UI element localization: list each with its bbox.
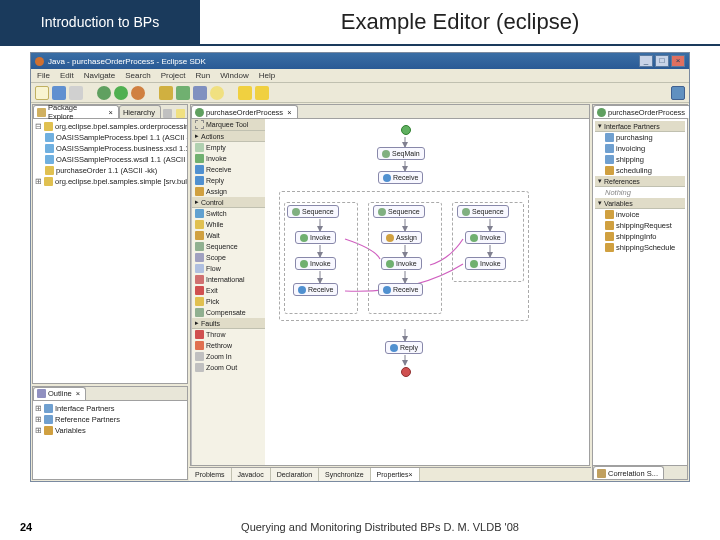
palette-group-control[interactable]: ▸ Control — [192, 197, 265, 208]
list-item[interactable]: shipping — [595, 154, 685, 165]
new-icon[interactable] — [35, 86, 49, 100]
tab-synchronize[interactable]: Synchronize — [319, 468, 371, 481]
link-editor-icon[interactable] — [176, 109, 185, 118]
start-node[interactable] — [401, 125, 411, 135]
tab-process[interactable]: purchaseOrderProcess — [593, 105, 689, 118]
run-icon[interactable] — [114, 86, 128, 100]
save-icon[interactable] — [52, 86, 66, 100]
menu-help[interactable]: Help — [259, 71, 275, 80]
tab-javadoc[interactable]: Javadoc — [232, 468, 271, 481]
seq1-node[interactable]: Sequence — [287, 205, 339, 218]
list-item[interactable]: invoice — [595, 209, 685, 220]
tab-declaration[interactable]: Declaration — [271, 468, 319, 481]
list-item[interactable]: purchasing — [595, 132, 685, 143]
receive-node[interactable]: Receive — [378, 171, 423, 184]
search-icon[interactable] — [210, 86, 224, 100]
menu-navigate[interactable]: Navigate — [84, 71, 116, 80]
new-package-icon[interactable] — [159, 86, 173, 100]
close-icon[interactable]: × — [109, 108, 113, 117]
menu-window[interactable]: Window — [220, 71, 248, 80]
palette-group-actions[interactable]: ▸ Actions — [192, 131, 265, 142]
seq3-node[interactable]: Sequence — [457, 205, 509, 218]
print-icon[interactable] — [69, 86, 83, 100]
palette-item[interactable]: Empty — [192, 142, 265, 153]
assign-node[interactable]: Assign — [381, 231, 422, 244]
palette-item[interactable]: International — [192, 274, 265, 285]
window-titlebar[interactable]: Java - purchaseOrderProcess - Eclipse SD… — [31, 53, 689, 69]
ext-tools-icon[interactable] — [131, 86, 145, 100]
menu-search[interactable]: Search — [125, 71, 150, 80]
palette-item[interactable]: Reply — [192, 175, 265, 186]
list-item[interactable]: purchaseOrder 1.1 (ASCII -kk) — [56, 166, 157, 175]
close-icon[interactable]: × — [409, 471, 413, 478]
menu-edit[interactable]: Edit — [60, 71, 74, 80]
palette-item[interactable]: Compensate — [192, 307, 265, 318]
receive-node[interactable]: Receive — [378, 283, 423, 296]
palette-item[interactable]: Rethrow — [192, 340, 265, 351]
tab-hierarchy[interactable]: Hierarchy — [119, 105, 161, 118]
list-item[interactable]: Reference Partners — [55, 415, 120, 424]
list-item[interactable]: scheduling — [595, 165, 685, 176]
palette-item[interactable]: Throw — [192, 329, 265, 340]
invoke-node[interactable]: Invoke — [295, 231, 336, 244]
palette-item[interactable]: Wait — [192, 230, 265, 241]
close-icon[interactable]: × — [287, 108, 291, 117]
tab-correlation[interactable]: Correlation S... — [593, 466, 664, 479]
palette-item[interactable]: Scope — [192, 252, 265, 263]
palette-item[interactable]: Invoke — [192, 153, 265, 164]
window-minimize-button[interactable]: _ — [639, 55, 653, 67]
menu-file[interactable]: File — [37, 71, 50, 80]
palette-marquee[interactable]: Marquee Tool — [192, 119, 265, 131]
list-item[interactable]: OASISSampleProcess.business.xsd 1.1 (ASC… — [56, 144, 187, 153]
list-item[interactable]: org.eclipse.bpel.samples.simple [srv.bul… — [55, 177, 187, 186]
palette-item[interactable]: Switch — [192, 208, 265, 219]
seqmain-node[interactable]: SeqMain — [377, 147, 425, 160]
list-item[interactable]: Interface Partners — [55, 404, 115, 413]
tab-properties[interactable]: Properties × — [371, 468, 420, 481]
invoke-node[interactable]: Invoke — [465, 231, 506, 244]
tab-problems[interactable]: Problems — [189, 468, 232, 481]
palette-item[interactable]: Zoom Out — [192, 362, 265, 373]
new-class-icon[interactable] — [176, 86, 190, 100]
palette-item[interactable]: Flow — [192, 263, 265, 274]
collapse-all-icon[interactable] — [163, 109, 172, 118]
invoke-node[interactable]: Invoke — [295, 257, 336, 270]
end-node[interactable] — [401, 367, 411, 377]
window-maximize-button[interactable]: □ — [655, 55, 669, 67]
list-item[interactable]: Variables — [55, 426, 86, 435]
list-item[interactable]: OASISSampleProcess.bpel 1.1 (ASCII -k — [56, 133, 187, 142]
palette-item[interactable]: Assign — [192, 186, 265, 197]
reply-node[interactable]: Reply — [385, 341, 423, 354]
group-variables[interactable]: ▾ Variables — [595, 198, 685, 209]
tab-editor[interactable]: purchaseOrderProcess× — [191, 105, 298, 118]
invoke-node[interactable]: Invoke — [381, 257, 422, 270]
list-item[interactable]: shippingInfo — [595, 231, 685, 242]
palette-item[interactable]: Zoom In — [192, 351, 265, 362]
palette-item[interactable]: Sequence — [192, 241, 265, 252]
menu-run[interactable]: Run — [196, 71, 211, 80]
palette-group-faults[interactable]: ▸ Faults — [192, 318, 265, 329]
palette-item[interactable]: Receive — [192, 164, 265, 175]
seq2-node[interactable]: Sequence — [373, 205, 425, 218]
list-item[interactable]: OASISSampleProcess.wsdl 1.1 (ASCII -kk — [56, 155, 187, 164]
invoke-node[interactable]: Invoke — [465, 257, 506, 270]
nav-fwd-icon[interactable] — [255, 86, 269, 100]
debug-icon[interactable] — [97, 86, 111, 100]
menu-project[interactable]: Project — [161, 71, 186, 80]
outline-tree[interactable]: ⊞Interface Partners ⊞Reference Partners … — [33, 401, 187, 480]
window-close-button[interactable]: × — [671, 55, 685, 67]
package-explorer-tree[interactable]: ⊟org.eclipse.bpel.samples.orderprocessin… — [33, 119, 187, 383]
palette-item[interactable]: Exit — [192, 285, 265, 296]
list-item[interactable]: shippingRequest — [595, 220, 685, 231]
group-references[interactable]: ▾ References — [595, 176, 685, 187]
open-type-icon[interactable] — [193, 86, 207, 100]
tab-outline[interactable]: Outline× — [33, 387, 86, 400]
receive-node[interactable]: Receive — [293, 283, 338, 296]
palette-item[interactable]: Pick — [192, 296, 265, 307]
bpel-canvas[interactable]: SeqMain Receive Sequenc — [265, 119, 589, 465]
nav-back-icon[interactable] — [238, 86, 252, 100]
tab-package-explorer[interactable]: Package Explore× — [33, 105, 119, 118]
palette-item[interactable]: While — [192, 219, 265, 230]
group-interface-partners[interactable]: ▾ Interface Partners — [595, 121, 685, 132]
list-item[interactable]: shippingSchedule — [595, 242, 685, 253]
